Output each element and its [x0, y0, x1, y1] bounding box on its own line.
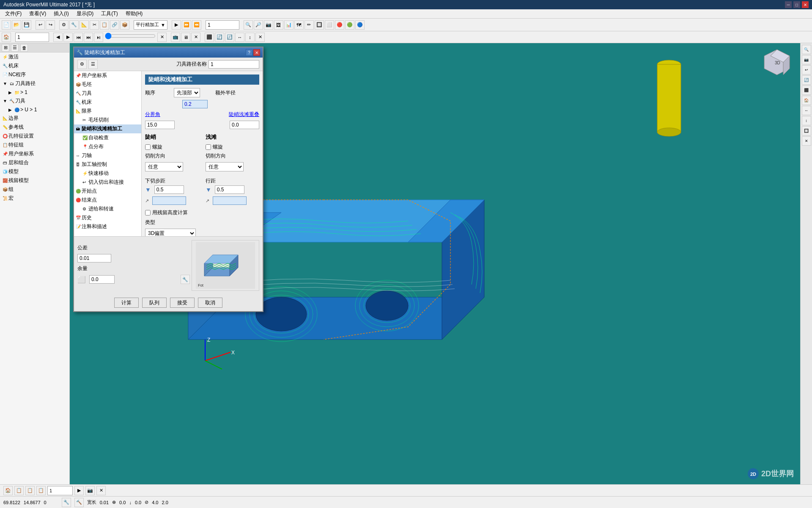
tb2-i4[interactable]: ↔: [235, 33, 244, 42]
rt-btn3[interactable]: ↩: [802, 65, 811, 75]
sb-layers-btn2[interactable]: 📋: [25, 486, 35, 495]
order-select[interactable]: 先顶部 先底部: [174, 88, 200, 97]
tree-nc[interactable]: 📄 NC程序: [0, 70, 69, 79]
shallow-dir-select[interactable]: 任意顺铣逆铣: [206, 162, 244, 171]
accept-button[interactable]: 接受: [170, 298, 195, 308]
tree-resmodel[interactable]: 🧱 残留模型: [0, 176, 69, 185]
tree-macro[interactable]: 📜 宏: [0, 194, 69, 203]
tb2-h3[interactable]: ✕: [191, 33, 200, 42]
tb-e3[interactable]: 🔵: [355, 20, 365, 30]
tree-toolpath[interactable]: ▼ 🗂 刀具路径: [0, 79, 69, 88]
sb-tool-btn[interactable]: 🔧: [62, 498, 71, 507]
tree-machine[interactable]: 🔧 机床: [0, 61, 69, 70]
menu-view[interactable]: 查看(V): [26, 9, 49, 18]
main-dialog[interactable]: 🔧 陡峭和浅滩精加工 ? ✕ ⚙ ☰ 刀具路径名称: [73, 47, 263, 312]
cancel-button[interactable]: 取消: [198, 298, 222, 308]
tree-ucs[interactable]: 📌 用户坐标系: [0, 149, 69, 158]
dtree-stock[interactable]: 📦 毛坯: [74, 80, 141, 89]
maximize-button[interactable]: □: [793, 1, 800, 8]
tree-tool-1[interactable]: ▶ 🔵 > U > 1: [0, 105, 69, 114]
tb-d9[interactable]: ⬜: [325, 20, 334, 30]
steep-spiral-check[interactable]: [145, 144, 151, 150]
tb2-i5[interactable]: ↕: [245, 33, 255, 42]
dtree-steep-shallow[interactable]: 🏔 陡峭和浅滩精加工: [74, 124, 141, 133]
tb-d1[interactable]: 🔍: [244, 20, 253, 30]
sb-go-btn[interactable]: ▶: [74, 486, 84, 495]
tree-active[interactable]: ⚡ 激活: [0, 52, 69, 61]
dtree-auto-check[interactable]: ✅ 自动检查: [74, 133, 141, 142]
overlap-input[interactable]: [230, 121, 259, 129]
dtree-stock-cut[interactable]: ✂ 毛坯切削: [74, 116, 141, 124]
tb2-f3[interactable]: ⏮: [74, 33, 83, 42]
row-spacing-tol-input[interactable]: 0.031498: [213, 196, 247, 205]
tb-save[interactable]: 💾: [22, 20, 31, 30]
tb2-f5[interactable]: ⏯: [94, 33, 103, 42]
tree-feature[interactable]: 📋 特征组: [0, 141, 69, 149]
dialog-gear-btn[interactable]: ⚙: [77, 60, 87, 69]
tb-b6[interactable]: 🔗: [110, 20, 119, 30]
tb-open[interactable]: 📂: [12, 20, 21, 30]
tb2-i1[interactable]: ⬛: [205, 33, 214, 42]
allowance-tool-btn[interactable]: 🔧: [181, 275, 190, 284]
tb2-h1[interactable]: 📺: [171, 33, 180, 42]
allowance-input[interactable]: [89, 275, 115, 284]
dtree-feeds[interactable]: ⚙ 进给和转速: [74, 204, 141, 213]
tb2-name-field[interactable]: 1: [15, 33, 49, 42]
tb-d4[interactable]: 🖼: [274, 20, 283, 30]
sb-cam-btn[interactable]: 📷: [85, 486, 95, 495]
tb-e1[interactable]: 🔴: [335, 20, 344, 30]
tb-c2[interactable]: ⏩: [182, 20, 191, 30]
tb2-slider[interactable]: [105, 33, 156, 39]
tb-d5[interactable]: 📊: [284, 20, 294, 30]
dtree-point-dist[interactable]: 📍 点分布: [74, 142, 141, 151]
dtree-start[interactable]: 🟢 开始点: [74, 187, 141, 196]
rt-btn10[interactable]: ✕: [802, 136, 811, 146]
extra-tol-input[interactable]: [182, 100, 208, 108]
calculate-button[interactable]: 计算: [114, 298, 139, 308]
dialog-list-btn[interactable]: ☰: [88, 60, 98, 69]
rt-btn1[interactable]: 🔍: [802, 45, 811, 54]
panel-btn1[interactable]: ⊞: [2, 44, 9, 52]
panel-btn3[interactable]: 🗑: [20, 44, 28, 52]
tree-hole[interactable]: ⭕ 孔特征设置: [0, 132, 69, 141]
dtree-notes[interactable]: 📝 注释和描述: [74, 222, 141, 231]
down-step-tol-input[interactable]: 0.031498: [152, 196, 186, 205]
minimize-button[interactable]: ─: [785, 1, 792, 8]
dialog-name-input[interactable]: [208, 60, 259, 69]
sb-layers-btn3[interactable]: 📋: [36, 486, 46, 495]
dtree-machine[interactable]: 🔧 机床: [74, 98, 141, 107]
sb-number[interactable]: 1: [47, 486, 73, 495]
sb-layers-btn[interactable]: 📋: [14, 486, 24, 495]
dtree-tool[interactable]: 🔨 刀具: [74, 89, 141, 98]
tb-d6[interactable]: 🗺: [294, 20, 304, 30]
tb-b2[interactable]: 🔧: [69, 20, 79, 30]
dialog-help-button[interactable]: ?: [246, 49, 252, 56]
tb-e2[interactable]: 🟢: [345, 20, 354, 30]
tb-b5[interactable]: 📋: [100, 20, 109, 30]
tree-boundary[interactable]: 📐 边界: [0, 114, 69, 123]
dtree-axis[interactable]: ↔ 刀轴: [74, 151, 141, 160]
rt-btn2[interactable]: 📷: [802, 55, 811, 64]
dtree-rapid[interactable]: ⚡ 快速移动: [74, 169, 141, 178]
boundary-angle-link[interactable]: 分界角: [145, 111, 160, 118]
tb-b4[interactable]: ✂: [90, 20, 99, 30]
tb-d3[interactable]: 📷: [264, 20, 273, 30]
dtree-axis-ctrl[interactable]: 🎛 加工轴控制: [74, 160, 141, 169]
menu-help[interactable]: 帮助(H): [122, 9, 146, 18]
rt-btn4[interactable]: 🔄: [802, 75, 811, 85]
tb2-i2[interactable]: 🔄: [215, 33, 224, 42]
tree-toolpath-1[interactable]: ▶ 📁 > 1: [0, 88, 69, 97]
steep-dir-select[interactable]: 任意顺铣逆铣: [145, 162, 183, 171]
tb-d7[interactable]: ✏: [304, 20, 314, 30]
tree-model[interactable]: 🧊 模型: [0, 167, 69, 176]
tb2-h2[interactable]: 🖥: [181, 33, 190, 42]
rt-btn6[interactable]: 🏠: [802, 96, 811, 105]
dtree-ucs[interactable]: 📌 用户坐标系: [74, 71, 141, 80]
rt-btn9[interactable]: 🔲: [802, 126, 811, 135]
tb2-f4[interactable]: ⏭: [84, 33, 93, 42]
rt-btn5[interactable]: ⬛: [802, 86, 811, 95]
rt-btn8[interactable]: ↕: [802, 116, 811, 125]
tb2-f2[interactable]: ▶: [63, 33, 73, 42]
sb-home-btn[interactable]: 🏠: [3, 486, 13, 495]
dialog-close-button[interactable]: ✕: [253, 49, 260, 56]
